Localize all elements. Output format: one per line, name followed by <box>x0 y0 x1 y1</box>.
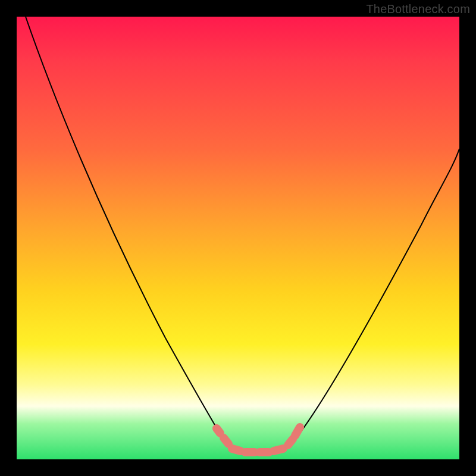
valley-dot-1 <box>217 428 220 433</box>
valley-dot-7 <box>288 439 293 445</box>
curve-right-branch <box>292 149 459 444</box>
chart-frame: TheBottleneck.com <box>0 0 476 476</box>
valley-dot-8 <box>295 427 300 436</box>
valley-dot-2 <box>224 438 228 444</box>
curve-left-branch <box>26 17 226 444</box>
valley-dots-group <box>217 427 300 452</box>
valley-dot-3 <box>232 449 240 451</box>
chart-overlay <box>17 17 459 459</box>
valley-dot-6 <box>274 449 283 451</box>
plot-area <box>17 17 459 459</box>
watermark-text: TheBottleneck.com <box>366 2 470 16</box>
